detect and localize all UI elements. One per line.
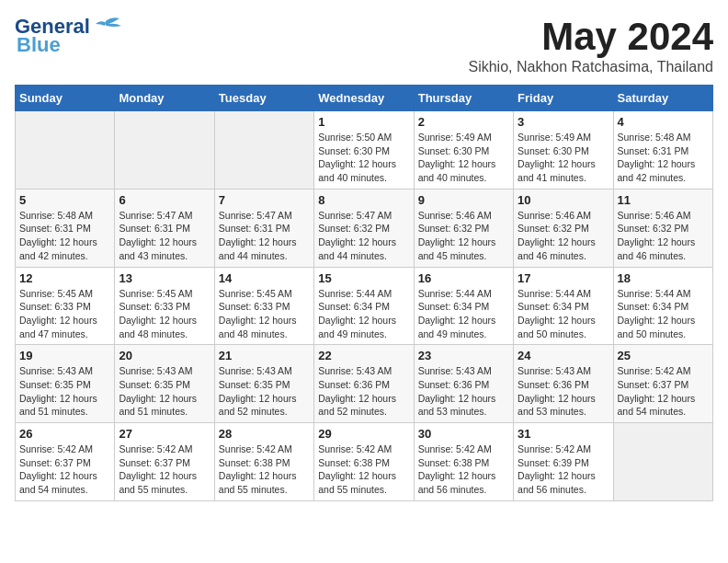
- calendar-cell: 23Sunrise: 5:43 AM Sunset: 6:36 PM Dayli…: [414, 345, 513, 423]
- calendar-cell: 30Sunrise: 5:42 AM Sunset: 6:38 PM Dayli…: [414, 423, 513, 501]
- day-number: 23: [418, 349, 509, 362]
- calendar-cell: 3Sunrise: 5:49 AM Sunset: 6:30 PM Daylig…: [514, 111, 613, 190]
- calendar-cell: 12Sunrise: 5:45 AM Sunset: 6:33 PM Dayli…: [16, 267, 115, 345]
- calendar-cell: 10Sunrise: 5:46 AM Sunset: 6:32 PM Dayli…: [514, 189, 613, 267]
- day-number: 17: [518, 271, 609, 285]
- calendar-cell: 20Sunrise: 5:43 AM Sunset: 6:35 PM Dayli…: [115, 345, 214, 423]
- weekday-header-wednesday: Wednesday: [314, 86, 414, 111]
- calendar-cell: 4Sunrise: 5:48 AM Sunset: 6:31 PM Daylig…: [613, 111, 712, 190]
- day-number: 1: [318, 115, 409, 129]
- day-info: Sunrise: 5:43 AM Sunset: 6:36 PM Dayligh…: [318, 364, 409, 419]
- page-header: General Blue May 2024 Sikhio, Nakhon Rat…: [15, 15, 713, 75]
- day-info: Sunrise: 5:43 AM Sunset: 6:35 PM Dayligh…: [219, 364, 310, 419]
- week-row-3: 12Sunrise: 5:45 AM Sunset: 6:33 PM Dayli…: [16, 267, 713, 345]
- calendar-cell: [115, 111, 214, 190]
- day-number: 29: [318, 427, 409, 441]
- day-info: Sunrise: 5:48 AM Sunset: 6:31 PM Dayligh…: [618, 131, 709, 185]
- calendar-cell: 17Sunrise: 5:44 AM Sunset: 6:34 PM Dayli…: [514, 267, 613, 345]
- calendar-cell: 7Sunrise: 5:47 AM Sunset: 6:31 PM Daylig…: [214, 189, 313, 267]
- calendar-cell: 16Sunrise: 5:44 AM Sunset: 6:34 PM Dayli…: [414, 267, 513, 345]
- day-number: 16: [418, 271, 509, 285]
- day-number: 27: [119, 427, 210, 441]
- day-info: Sunrise: 5:44 AM Sunset: 6:34 PM Dayligh…: [618, 287, 709, 341]
- day-number: 18: [618, 271, 709, 285]
- logo: General Blue: [15, 15, 123, 57]
- day-number: 20: [119, 349, 210, 362]
- day-info: Sunrise: 5:45 AM Sunset: 6:33 PM Dayligh…: [119, 287, 210, 341]
- day-number: 3: [518, 115, 609, 129]
- day-info: Sunrise: 5:44 AM Sunset: 6:34 PM Dayligh…: [518, 287, 609, 341]
- day-number: 2: [418, 115, 509, 129]
- month-title: May 2024: [468, 15, 713, 59]
- calendar-cell: 22Sunrise: 5:43 AM Sunset: 6:36 PM Dayli…: [314, 345, 414, 423]
- calendar-cell: 24Sunrise: 5:43 AM Sunset: 6:36 PM Dayli…: [514, 345, 613, 423]
- calendar-cell: 5Sunrise: 5:48 AM Sunset: 6:31 PM Daylig…: [16, 189, 115, 267]
- calendar-cell: 31Sunrise: 5:42 AM Sunset: 6:39 PM Dayli…: [514, 423, 613, 501]
- calendar-cell: 25Sunrise: 5:42 AM Sunset: 6:37 PM Dayli…: [613, 345, 712, 423]
- day-info: Sunrise: 5:47 AM Sunset: 6:31 PM Dayligh…: [219, 209, 310, 263]
- calendar-cell: 21Sunrise: 5:43 AM Sunset: 6:35 PM Dayli…: [214, 345, 313, 423]
- calendar-cell: 19Sunrise: 5:43 AM Sunset: 6:35 PM Dayli…: [16, 345, 115, 423]
- calendar-cell: 2Sunrise: 5:49 AM Sunset: 6:30 PM Daylig…: [414, 111, 513, 190]
- day-number: 12: [19, 271, 110, 285]
- weekday-header-friday: Friday: [514, 86, 613, 111]
- calendar-cell: 28Sunrise: 5:42 AM Sunset: 6:38 PM Dayli…: [214, 423, 313, 501]
- day-info: Sunrise: 5:44 AM Sunset: 6:34 PM Dayligh…: [418, 287, 509, 341]
- day-number: 30: [418, 427, 509, 441]
- day-number: 6: [119, 193, 210, 207]
- day-info: Sunrise: 5:45 AM Sunset: 6:33 PM Dayligh…: [19, 287, 110, 341]
- day-info: Sunrise: 5:45 AM Sunset: 6:33 PM Dayligh…: [219, 287, 310, 341]
- day-info: Sunrise: 5:42 AM Sunset: 6:39 PM Dayligh…: [518, 442, 609, 497]
- logo-blue: Blue: [17, 33, 61, 57]
- location: Sikhio, Nakhon Ratchasima, Thailand: [468, 59, 713, 75]
- calendar-cell: 14Sunrise: 5:45 AM Sunset: 6:33 PM Dayli…: [214, 267, 313, 345]
- title-block: May 2024 Sikhio, Nakhon Ratchasima, Thai…: [468, 15, 713, 75]
- day-info: Sunrise: 5:42 AM Sunset: 6:37 PM Dayligh…: [19, 442, 110, 497]
- day-number: 11: [618, 193, 709, 207]
- weekday-header-monday: Monday: [115, 86, 214, 111]
- calendar-cell: 27Sunrise: 5:42 AM Sunset: 6:37 PM Dayli…: [115, 423, 214, 501]
- day-number: 15: [318, 271, 409, 285]
- day-info: Sunrise: 5:46 AM Sunset: 6:32 PM Dayligh…: [618, 209, 709, 263]
- day-number: 31: [518, 427, 609, 441]
- calendar-cell: 13Sunrise: 5:45 AM Sunset: 6:33 PM Dayli…: [115, 267, 214, 345]
- calendar-cell: 9Sunrise: 5:46 AM Sunset: 6:32 PM Daylig…: [414, 189, 513, 267]
- day-info: Sunrise: 5:50 AM Sunset: 6:30 PM Dayligh…: [318, 131, 409, 185]
- calendar-cell: 6Sunrise: 5:47 AM Sunset: 6:31 PM Daylig…: [115, 189, 214, 267]
- calendar-cell: 15Sunrise: 5:44 AM Sunset: 6:34 PM Dayli…: [314, 267, 414, 345]
- calendar-cell: 26Sunrise: 5:42 AM Sunset: 6:37 PM Dayli…: [16, 423, 115, 501]
- day-info: Sunrise: 5:42 AM Sunset: 6:37 PM Dayligh…: [119, 442, 210, 497]
- day-info: Sunrise: 5:49 AM Sunset: 6:30 PM Dayligh…: [518, 131, 609, 185]
- day-number: 8: [318, 193, 409, 207]
- day-info: Sunrise: 5:44 AM Sunset: 6:34 PM Dayligh…: [318, 287, 409, 341]
- day-info: Sunrise: 5:47 AM Sunset: 6:32 PM Dayligh…: [318, 209, 409, 263]
- day-number: 22: [318, 349, 409, 362]
- weekday-header-saturday: Saturday: [613, 86, 712, 111]
- weekday-header-row: SundayMondayTuesdayWednesdayThursdayFrid…: [16, 86, 713, 111]
- weekday-header-sunday: Sunday: [16, 86, 115, 111]
- calendar-cell: [16, 111, 115, 190]
- day-info: Sunrise: 5:43 AM Sunset: 6:35 PM Dayligh…: [19, 364, 110, 419]
- week-row-1: 1Sunrise: 5:50 AM Sunset: 6:30 PM Daylig…: [16, 111, 713, 190]
- day-number: 19: [19, 349, 110, 362]
- day-number: 26: [19, 427, 110, 441]
- day-number: 25: [618, 349, 709, 362]
- day-info: Sunrise: 5:42 AM Sunset: 6:37 PM Dayligh…: [618, 364, 709, 419]
- day-info: Sunrise: 5:46 AM Sunset: 6:32 PM Dayligh…: [418, 209, 509, 263]
- week-row-5: 26Sunrise: 5:42 AM Sunset: 6:37 PM Dayli…: [16, 423, 713, 501]
- weekday-header-thursday: Thursday: [414, 86, 513, 111]
- calendar-table: SundayMondayTuesdayWednesdayThursdayFrid…: [15, 85, 713, 501]
- calendar-cell: 1Sunrise: 5:50 AM Sunset: 6:30 PM Daylig…: [314, 111, 414, 190]
- day-info: Sunrise: 5:42 AM Sunset: 6:38 PM Dayligh…: [418, 442, 509, 497]
- day-number: 10: [518, 193, 609, 207]
- day-number: 14: [219, 271, 310, 285]
- logo-bird-icon: [90, 17, 123, 37]
- day-number: 7: [219, 193, 310, 207]
- week-row-2: 5Sunrise: 5:48 AM Sunset: 6:31 PM Daylig…: [16, 189, 713, 267]
- calendar-cell: 29Sunrise: 5:42 AM Sunset: 6:38 PM Dayli…: [314, 423, 414, 501]
- day-info: Sunrise: 5:43 AM Sunset: 6:36 PM Dayligh…: [518, 364, 609, 419]
- day-number: 24: [518, 349, 609, 362]
- day-info: Sunrise: 5:43 AM Sunset: 6:35 PM Dayligh…: [119, 364, 210, 419]
- day-info: Sunrise: 5:42 AM Sunset: 6:38 PM Dayligh…: [219, 442, 310, 497]
- calendar-cell: 18Sunrise: 5:44 AM Sunset: 6:34 PM Dayli…: [613, 267, 712, 345]
